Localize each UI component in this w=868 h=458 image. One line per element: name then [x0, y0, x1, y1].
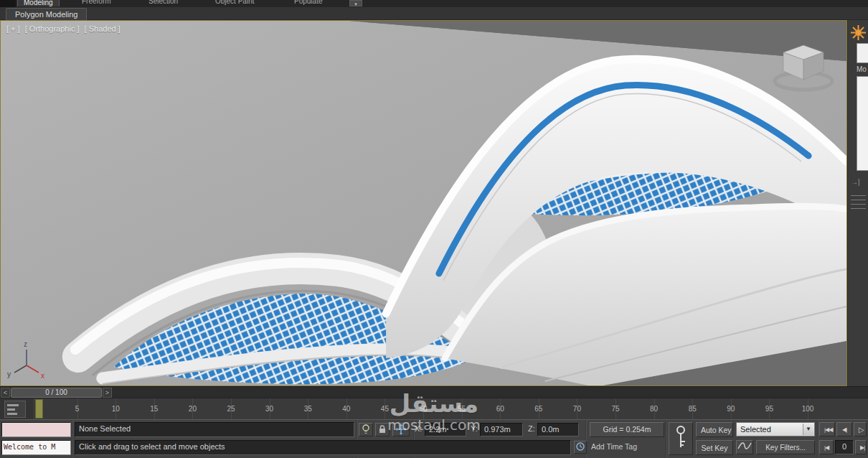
ruler-tick-label: 90 — [727, 405, 735, 413]
current-frame-marker[interactable] — [35, 399, 43, 419]
ruler-tick-label: 50 — [419, 405, 427, 413]
z-coordinate-label: Z: — [528, 424, 535, 433]
chevron-down-icon[interactable]: ▼ — [803, 424, 813, 435]
current-frame-field[interactable]: 0 — [835, 440, 854, 454]
curve-wave-icon — [737, 441, 752, 451]
ruler-tick-label: 80 — [650, 405, 658, 413]
time-tag-icon — [575, 441, 585, 452]
go-to-start-button[interactable]: |◀◀ — [819, 422, 835, 436]
ruler-tick-label: 45 — [381, 405, 389, 413]
ribbon-tab-modeling[interactable]: Modeling — [17, 0, 60, 6]
viewport-menu-pov[interactable]: [ Orthographic ] — [25, 24, 80, 33]
key-icon — [673, 424, 689, 452]
divider — [817, 420, 819, 458]
macro-recorder-field[interactable] — [1, 422, 71, 437]
z-coordinate-field[interactable]: 0.0m — [537, 423, 579, 436]
viewcube[interactable] — [770, 42, 836, 94]
divider — [72, 420, 73, 458]
selection-lock-button[interactable] — [375, 423, 390, 436]
main-area: [ + ] [ Orthographic ] [ Shaded ] z y x — [0, 20, 868, 386]
selection-status-field: None Selected — [75, 422, 354, 437]
ruler-tick-label: 70 — [573, 405, 581, 413]
ruler-tick-label: 60 — [496, 405, 504, 413]
ruler-tick-label: 85 — [689, 405, 697, 413]
mini-curve-editor-button[interactable] — [4, 401, 26, 418]
previous-frame-arrow[interactable]: < — [1, 388, 10, 398]
ruler-tick-label: 95 — [765, 405, 773, 413]
default-tangent-button[interactable] — [736, 440, 753, 454]
time-slider-bar: < 0 / 100 > — [0, 386, 868, 398]
status-bar: Welcome to M None Selected X: 2.2m Y: 0.… — [0, 419, 868, 458]
ribbon-panel-row: Polygon Modeling — [0, 7, 868, 20]
track-bar[interactable]: 5101520253035404550556065707580859095100 — [0, 398, 868, 419]
y-coordinate-label: Y: — [471, 424, 478, 433]
ruler-tick-label: 55 — [458, 405, 466, 413]
key-filter-selected-dropdown[interactable]: Selected ▼ — [736, 422, 815, 436]
divider — [666, 420, 667, 458]
ruler-tick-label: 35 — [304, 405, 312, 413]
3dsmax-window: Modeling Freeform Selection Object Paint… — [0, 0, 868, 458]
grid-size-display: Grid = 0.254m — [590, 422, 664, 437]
key-filters-button[interactable]: Key Filters... — [756, 440, 815, 454]
move-arrows-icon — [394, 424, 408, 435]
play-button[interactable]: ▷ — [854, 422, 867, 436]
prompt-line: Click and drag to select and move object… — [75, 440, 571, 455]
add-time-tag-label[interactable]: Add Time Tag — [591, 442, 637, 451]
axis-tripod: z y x — [5, 337, 48, 380]
axis-x-label: x — [41, 372, 44, 380]
time-slider-handle[interactable]: 0 / 100 — [11, 388, 102, 398]
panel-field-partial[interactable] — [857, 43, 868, 63]
mini-curve-editor-icon — [6, 402, 24, 416]
window-corner — [0, 0, 16, 7]
ribbon-tab-bar: Modeling Freeform Selection Object Paint… — [0, 0, 868, 7]
lock-icon — [377, 424, 388, 435]
ribbon-tab-object-paint[interactable]: Object Paint — [215, 0, 254, 5]
next-frame-arrow[interactable]: > — [103, 388, 112, 398]
pin-stack-icon[interactable]: →| — [851, 178, 860, 186]
command-panel-strip: Mo →| — [847, 20, 868, 386]
time-tag-button[interactable] — [574, 441, 587, 454]
maxscript-listener-field[interactable]: Welcome to M — [1, 440, 71, 455]
next-key-button[interactable]: ▶| — [855, 440, 867, 454]
set-key-button[interactable]: Set Key — [696, 440, 733, 455]
key-filter-selected-value: Selected — [740, 425, 771, 434]
viewport-label: [ + ] [ Orthographic ] [ Shaded ] — [6, 24, 123, 33]
viewport-menu-shading[interactable]: [ Shaded ] — [85, 24, 121, 33]
set-keys-button[interactable] — [669, 422, 693, 455]
ruler-tick-label: 40 — [342, 405, 350, 413]
previous-frame-button[interactable]: ◀| — [836, 422, 852, 436]
ribbon-tab-freeform[interactable]: Freeform — [82, 0, 111, 5]
auto-key-button[interactable]: Auto Key — [696, 422, 733, 437]
ruler-tick-label: 10 — [112, 405, 120, 413]
modifier-list-label: Mo — [857, 65, 867, 73]
viewport-menu-general[interactable]: [ + ] — [6, 24, 20, 33]
x-coordinate-label: X: — [415, 424, 422, 433]
ribbon-tab-populate[interactable]: Populate — [294, 0, 322, 5]
rollout-divider-lines — [851, 195, 866, 212]
ruler-tick-label: 5 — [75, 405, 80, 413]
tab-polygon-modeling[interactable]: Polygon Modeling — [6, 8, 87, 21]
isolate-selection-button[interactable] — [359, 423, 373, 436]
ruler-tick-label: 30 — [265, 405, 273, 413]
ruler-tick-label: 20 — [189, 405, 197, 413]
ribbon-tab-selection[interactable]: Selection — [148, 0, 178, 5]
viewport[interactable]: [ + ] [ Orthographic ] [ Shaded ] z y x — [0, 20, 847, 386]
axis-y-label: y — [7, 370, 11, 378]
x-coordinate-field[interactable]: 2.2m — [425, 423, 466, 436]
y-coordinate-field[interactable]: 0.973m — [480, 423, 523, 436]
ruler-tick-label: 25 — [227, 405, 235, 413]
transform-type-in-button[interactable] — [392, 423, 410, 436]
ruler-tick-label: 100 — [802, 405, 814, 413]
ribbon-options-icon[interactable]: ▾ — [349, 0, 362, 6]
ruler-tick-label: 65 — [534, 405, 542, 413]
ruler-tick-label: 15 — [150, 405, 158, 413]
scene-3d — [1, 21, 846, 385]
previous-key-button[interactable]: |◀ — [819, 440, 834, 454]
ruler-tick-label: 75 — [611, 405, 619, 413]
sun-icon[interactable] — [850, 24, 867, 41]
lightbulb-icon — [360, 424, 372, 435]
modifier-stack-partial[interactable] — [857, 76, 868, 171]
axis-z-label: z — [24, 340, 27, 348]
